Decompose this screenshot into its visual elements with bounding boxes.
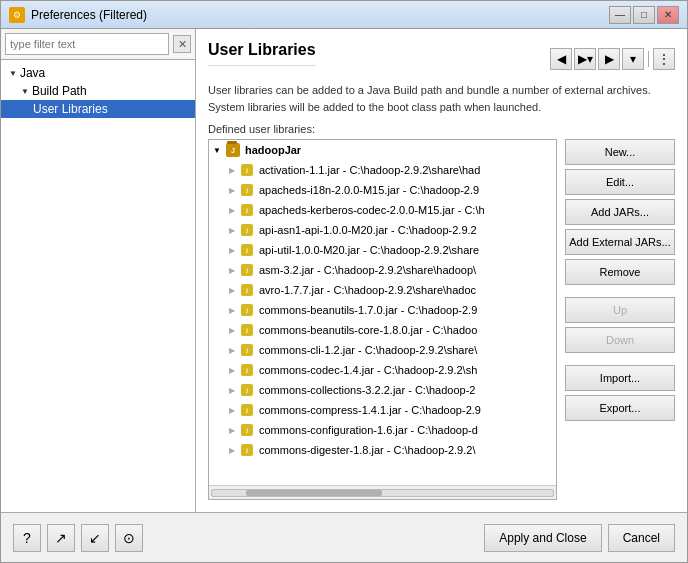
new-button[interactable]: New... — [565, 139, 675, 165]
lib-label-9: commons-beanutils-core-1.8.0.jar - C:\ha… — [259, 324, 477, 336]
lib-item-2[interactable]: ▶ j apacheds-i18n-2.0.0-M15.jar - C:\had… — [209, 180, 556, 200]
down-button[interactable]: Down — [565, 327, 675, 353]
lib-item-7[interactable]: ▶ j avro-1.7.7.jar - C:\hadoop-2.9.2\sha… — [209, 280, 556, 300]
jar-icon-11: j — [239, 362, 255, 378]
lib-label-1: activation-1.1.jar - C:\hadoop-2.9.2\sha… — [259, 164, 480, 176]
library-list-container: ▼ J hadoopJar ▶ — [208, 139, 557, 500]
scrollbar-track — [211, 489, 554, 497]
root-jar-icon: J — [225, 142, 241, 158]
lib-label-14: commons-configuration-1.6.jar - C:\hadoo… — [259, 424, 478, 436]
lib-label-7: avro-1.7.7.jar - C:\hadoop-2.9.2\share\h… — [259, 284, 476, 296]
window-title: Preferences (Filtered) — [31, 8, 147, 22]
forward-dropdown2-button[interactable]: ▾ — [622, 48, 644, 70]
lib-label-2: apacheds-i18n-2.0.0-M15.jar - C:\hadoop-… — [259, 184, 479, 196]
library-root-item[interactable]: ▼ J hadoopJar — [209, 140, 556, 160]
export-prefs-button[interactable]: ↗ — [47, 524, 75, 552]
up-button[interactable]: Up — [565, 297, 675, 323]
export-button[interactable]: Export... — [565, 395, 675, 421]
lib-item-10[interactable]: ▶ j commons-cli-1.2.jar - C:\hadoop-2.9.… — [209, 340, 556, 360]
edit-button[interactable]: Edit... — [565, 169, 675, 195]
toolbar-separator — [648, 51, 649, 67]
lib-label-8: commons-beanutils-1.7.0.jar - C:\hadoop-… — [259, 304, 477, 316]
more-menu-button[interactable]: ⋮ — [653, 48, 675, 70]
lib-label-15: commons-digester-1.8.jar - C:\hadoop-2.9… — [259, 444, 475, 456]
tree-item-user-libraries[interactable]: User Libraries — [1, 100, 195, 118]
lib-item-13[interactable]: ▶ j commons-compress-1.4.1.jar - C:\hado… — [209, 400, 556, 420]
tree-java-label: Java — [20, 66, 45, 80]
help-button[interactable]: ? — [13, 524, 41, 552]
jar-icon-9: j — [239, 322, 255, 338]
forward-button[interactable]: ▶ — [598, 48, 620, 70]
library-list[interactable]: ▼ J hadoopJar ▶ — [209, 140, 556, 485]
expand-buildpath-icon: ▼ — [21, 87, 29, 96]
expand-child-12-icon: ▶ — [229, 386, 235, 395]
lib-label-3: apacheds-kerberos-codec-2.0.0-M15.jar - … — [259, 204, 485, 216]
jar-icon-2: j — [239, 182, 255, 198]
preferences-window: ⚙ Preferences (Filtered) — □ ✕ ✕ ▼ Java … — [0, 0, 688, 563]
apply-close-button[interactable]: Apply and Close — [484, 524, 601, 552]
tree-area: ▼ Java ▼ Build Path User Libraries — [1, 60, 195, 512]
help-icon: ? — [23, 530, 31, 546]
back-button[interactable]: ◀ — [550, 48, 572, 70]
maximize-button[interactable]: □ — [633, 6, 655, 24]
linked-prefs-icon: ⊙ — [123, 530, 135, 546]
jar-icon-10: j — [239, 342, 255, 358]
expand-root-icon: ▼ — [213, 146, 221, 155]
content-area: ✕ ▼ Java ▼ Build Path User Libraries — [1, 29, 687, 512]
lib-label-5: api-util-1.0.0-M20.jar - C:\hadoop-2.9.2… — [259, 244, 479, 256]
jar-icon-7: j — [239, 282, 255, 298]
lib-label-4: api-asn1-api-1.0.0-M20.jar - C:\hadoop-2… — [259, 224, 477, 236]
lib-item-3[interactable]: ▶ j apacheds-kerberos-codec-2.0.0-M15.ja… — [209, 200, 556, 220]
jar-icon-14: j — [239, 422, 255, 438]
tree-buildpath-label: Build Path — [32, 84, 87, 98]
import-prefs-button[interactable]: ↙ — [81, 524, 109, 552]
expand-child-7-icon: ▶ — [229, 286, 235, 295]
filter-input[interactable] — [5, 33, 169, 55]
remove-button[interactable]: Remove — [565, 259, 675, 285]
titlebar: ⚙ Preferences (Filtered) — □ ✕ — [1, 1, 687, 29]
import-button[interactable]: Import... — [565, 365, 675, 391]
bottom-left-actions: ? ↗ ↙ ⊙ — [13, 524, 143, 552]
jar-icon-12: j — [239, 382, 255, 398]
lib-item-8[interactable]: ▶ j commons-beanutils-1.7.0.jar - C:\had… — [209, 300, 556, 320]
linked-prefs-button[interactable]: ⊙ — [115, 524, 143, 552]
expand-child-11-icon: ▶ — [229, 366, 235, 375]
tree-userlib-label: User Libraries — [33, 102, 108, 116]
sidebar: ✕ ▼ Java ▼ Build Path User Libraries — [1, 29, 196, 512]
lib-item-14[interactable]: ▶ j commons-configuration-1.6.jar - C:\h… — [209, 420, 556, 440]
horizontal-scrollbar[interactable] — [209, 485, 556, 499]
lib-item-6[interactable]: ▶ j asm-3.2.jar - C:\hadoop-2.9.2\share\… — [209, 260, 556, 280]
export-prefs-icon: ↗ — [55, 530, 67, 546]
jar-icon-6: j — [239, 262, 255, 278]
filter-bar: ✕ — [1, 29, 195, 60]
add-jars-button[interactable]: Add JARs... — [565, 199, 675, 225]
expand-child-5-icon: ▶ — [229, 246, 235, 255]
main-title: User Libraries — [208, 41, 316, 66]
expand-child-10-icon: ▶ — [229, 346, 235, 355]
forward-dropdown-button[interactable]: ▶▾ — [574, 48, 596, 70]
cancel-button[interactable]: Cancel — [608, 524, 675, 552]
expand-child-13-icon: ▶ — [229, 406, 235, 415]
minimize-button[interactable]: — — [609, 6, 631, 24]
lib-item-11[interactable]: ▶ j commons-codec-1.4.jar - C:\hadoop-2.… — [209, 360, 556, 380]
lib-item-15[interactable]: ▶ j commons-digester-1.8.jar - C:\hadoop… — [209, 440, 556, 460]
lib-item-5[interactable]: ▶ j api-util-1.0.0-M20.jar - C:\hadoop-2… — [209, 240, 556, 260]
expand-java-icon: ▼ — [9, 69, 17, 78]
close-button[interactable]: ✕ — [657, 6, 679, 24]
add-external-jars-button[interactable]: Add External JARs... — [565, 229, 675, 255]
lib-item-9[interactable]: ▶ j commons-beanutils-core-1.8.0.jar - C… — [209, 320, 556, 340]
jar-icon-13: j — [239, 402, 255, 418]
lib-item-1[interactable]: ▶ j activation-1.1.jar - C:\hadoop-2.9.2… — [209, 160, 556, 180]
tree-item-build-path[interactable]: ▼ Build Path — [1, 82, 195, 100]
tree-item-java[interactable]: ▼ Java — [1, 64, 195, 82]
jar-icon-3: j — [239, 202, 255, 218]
expand-child-14-icon: ▶ — [229, 426, 235, 435]
lib-item-12[interactable]: ▶ j commons-collections-3.2.2.jar - C:\h… — [209, 380, 556, 400]
lib-item-4[interactable]: ▶ j api-asn1-api-1.0.0-M20.jar - C:\hado… — [209, 220, 556, 240]
spacer — [565, 289, 675, 293]
spacer2 — [565, 357, 675, 361]
bottom-right-actions: Apply and Close Cancel — [484, 524, 675, 552]
titlebar-left: ⚙ Preferences (Filtered) — [9, 7, 147, 23]
jar-icon-1: j — [239, 162, 255, 178]
filter-clear-button[interactable]: ✕ — [173, 35, 191, 53]
